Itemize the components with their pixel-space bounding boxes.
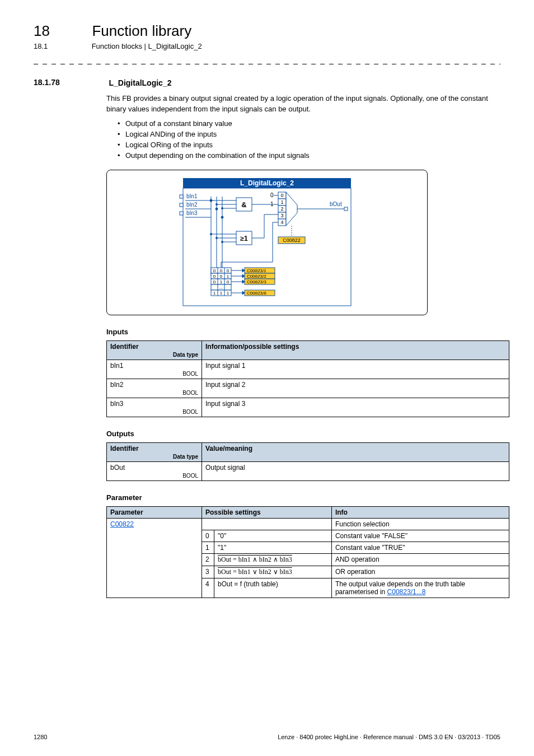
svg-marker-79 [242, 280, 245, 283]
diagram-body [183, 188, 351, 306]
col-value: Value/meaning [202, 442, 509, 461]
svg-text:C00822: C00822 [283, 237, 301, 243]
param-code-link[interactable]: C00822 [110, 520, 134, 528]
svg-text:3: 3 [280, 213, 283, 218]
svg-point-29 [210, 233, 212, 235]
section-title: L_DigitalLogic_2 [109, 78, 171, 87]
mux: 0 1 0 1 2 3 4 C00822 bOut [270, 192, 348, 244]
svg-text:≥1: ≥1 [240, 235, 248, 242]
col-identifier: Identifier Data type [107, 340, 202, 360]
svg-rect-52 [344, 207, 348, 211]
svg-point-14 [221, 216, 223, 218]
diagram-svg: L_DigitalLogic_2 bIn1 bIn2 bIn3 & [166, 178, 368, 307]
table-row: bIn1BOOL Input signal 1 [107, 360, 509, 379]
subheader: 18.1 Function blocks | L_DigitalLogic_2 [34, 42, 500, 50]
svg-text:1: 1 [227, 291, 229, 296]
svg-marker-81 [242, 291, 245, 295]
bullet-item: Logical ANDing of the inputs [118, 130, 500, 138]
svg-text:1: 1 [220, 291, 223, 296]
col-info: Information/possible settings [202, 340, 509, 360]
svg-text:1: 1 [227, 274, 229, 279]
svg-point-31 [221, 241, 223, 243]
svg-marker-77 [242, 274, 245, 278]
svg-marker-75 [242, 269, 245, 272]
outputs-table: Identifier Data type Value/meaning bOutB… [106, 442, 509, 481]
svg-text:bIn3: bIn3 [186, 210, 198, 216]
col-parameter: Parameter [107, 506, 202, 518]
chapter-number: 18 [34, 22, 90, 40]
svg-text:bIn1: bIn1 [186, 193, 198, 199]
svg-text:0: 0 [227, 268, 229, 273]
svg-text:4: 4 [280, 220, 283, 225]
divider [34, 64, 500, 64]
truth-table-link[interactable]: C00823/1...8 [387, 588, 426, 596]
page-footer: 1280 Lenze · 8400 protec HighLine · Refe… [34, 734, 500, 740]
svg-text:1: 1 [280, 199, 283, 205]
diagram-title: L_DigitalLogic_2 [240, 179, 294, 187]
parameter-table: Parameter Possible settings Info C00822 … [106, 506, 509, 598]
svg-point-21 [216, 203, 218, 206]
svg-text:0: 0 [220, 268, 223, 273]
subsection-title: Function blocks | L_DigitalLogic_2 [92, 42, 202, 50]
svg-text:1: 1 [220, 279, 223, 284]
svg-text:0: 0 [213, 274, 216, 279]
svg-point-22 [221, 207, 223, 209]
and-gate: & [210, 198, 278, 211]
svg-text:0: 0 [280, 193, 283, 198]
block-diagram: L_DigitalLogic_2 bIn1 bIn2 bIn3 & [106, 170, 428, 315]
svg-text:0: 0 [227, 279, 229, 284]
section-heading: 18.1.78 L_DigitalLogic_2 [34, 78, 500, 88]
table-row: bIn2BOOL Input signal 2 [107, 379, 509, 398]
page-header: 18 Function library [34, 22, 500, 40]
svg-rect-3 [180, 203, 183, 207]
svg-text:C00823/2: C00823/2 [247, 274, 266, 279]
section-number: 18.1.78 [34, 78, 106, 87]
subsection-number: 18.1 [34, 42, 90, 50]
svg-text:bIn2: bIn2 [186, 202, 198, 208]
svg-point-13 [216, 208, 218, 210]
svg-point-30 [216, 237, 218, 239]
bullet-item: Logical ORing of the inputs [118, 141, 500, 149]
svg-text:1: 1 [213, 291, 216, 296]
footer-meta: Lenze · 8400 protec HighLine · Reference… [278, 734, 500, 740]
col-settings: Possible settings [202, 506, 332, 518]
bullet-list: Output of a constant binary value Logica… [118, 119, 500, 160]
svg-text:0: 0 [213, 279, 216, 284]
table-row: C00822 Function selection [107, 518, 509, 530]
svg-point-20 [210, 199, 212, 202]
svg-text:C00823/1: C00823/1 [247, 268, 266, 273]
section-intro: This FB provides a binary output signal … [106, 94, 500, 115]
bullet-item: Output depending on the combination of t… [118, 151, 500, 160]
svg-text:0: 0 [220, 274, 223, 279]
table-row: bIn3BOOL Input signal 3 [107, 398, 509, 417]
svg-rect-6 [180, 212, 183, 215]
input-ports: bIn1 bIn2 bIn3 [180, 193, 211, 217]
col-info: Info [331, 506, 509, 518]
svg-text:...: ... [219, 285, 223, 290]
inputs-table: Identifier Data type Information/possibl… [106, 340, 509, 417]
svg-text:bOut: bOut [330, 201, 342, 207]
outputs-heading: Outputs [106, 430, 500, 438]
svg-text:&: & [241, 200, 246, 209]
or-gate: ≥1 [210, 214, 278, 245]
parameter-heading: Parameter [106, 493, 500, 502]
svg-text:0: 0 [213, 268, 216, 273]
bullet-item: Output of a constant binary value [118, 119, 500, 128]
inputs-heading: Inputs [106, 328, 500, 336]
svg-text:0: 0 [270, 192, 274, 198]
svg-text:C00823/8: C00823/8 [247, 291, 266, 296]
svg-text:C00823/3: C00823/3 [247, 279, 266, 284]
page-number: 1280 [34, 734, 47, 740]
svg-text:2: 2 [280, 206, 283, 212]
chapter-title: Function library [92, 22, 191, 39]
col-identifier: Identifier Data type [107, 442, 202, 461]
svg-text:1: 1 [270, 201, 274, 207]
table-row: bOutBOOL Output signal [107, 461, 509, 480]
svg-rect-0 [180, 195, 183, 198]
